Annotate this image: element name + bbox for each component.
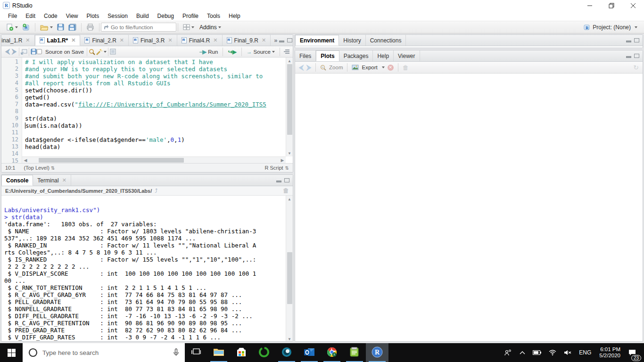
source-tab-final1r[interactable]: Final_1.R✕ xyxy=(1,35,35,46)
menu-file[interactable]: File xyxy=(4,11,21,21)
run-button[interactable]: –▶ Run xyxy=(198,48,220,56)
menu-profile[interactable]: Profile xyxy=(178,11,203,21)
source-button[interactable]: → Source xyxy=(245,48,276,56)
clear-console-icon[interactable]: 🗑 xyxy=(283,187,289,194)
open-file-button[interactable] xyxy=(39,23,54,32)
doc-type-selector[interactable]: R Script ⇅ xyxy=(264,165,289,171)
save-doc-icon[interactable] xyxy=(31,49,37,55)
tab-files[interactable]: Files xyxy=(295,50,316,61)
goto-file-search[interactable] xyxy=(101,23,176,32)
close-icon[interactable]: ✕ xyxy=(168,37,172,43)
tab-history[interactable]: History xyxy=(339,35,365,46)
maximize-pane-icon[interactable] xyxy=(634,54,639,58)
taskbar-app-outlook[interactable] xyxy=(298,343,321,362)
code-line-12[interactable]: data$gender <-ifelse(data$gender=='male'… xyxy=(25,136,293,143)
taskbar-app-chrome[interactable] xyxy=(321,343,343,362)
code-tools-icon[interactable] xyxy=(95,49,102,55)
save-button[interactable] xyxy=(56,23,66,32)
minimize-pane-icon[interactable] xyxy=(626,41,631,42)
wifi-icon[interactable] xyxy=(545,343,560,362)
close-icon[interactable]: ✕ xyxy=(262,37,266,43)
code-line-1[interactable]: # I will apply visualization on a datase… xyxy=(25,58,293,66)
taskbar-search[interactable]: Type here to search xyxy=(23,343,185,362)
compile-report-icon[interactable] xyxy=(110,49,116,55)
tab-terminal[interactable]: Terminal✕ xyxy=(33,175,71,186)
show-hidden-icons-chevron[interactable] xyxy=(516,343,528,362)
close-icon[interactable]: ✕ xyxy=(62,177,66,183)
remove-plot-icon[interactable]: ✕ xyxy=(388,65,394,71)
volume-muted-icon[interactable] xyxy=(561,343,575,362)
menu-session[interactable]: Session xyxy=(103,11,132,21)
close-icon[interactable]: ✕ xyxy=(120,37,124,43)
taskbar-app-notepad-plus-plus[interactable] xyxy=(343,343,366,362)
close-icon[interactable]: ✕ xyxy=(25,37,30,43)
tab-help[interactable]: Help xyxy=(373,50,394,61)
taskbar-app-rstudio[interactable]: R xyxy=(366,343,388,362)
tab-connections[interactable]: Connections xyxy=(366,35,406,46)
source-tab-lab1r[interactable]: Lab1.R*✕ xyxy=(35,35,81,46)
back-icon[interactable]: ⮜ xyxy=(4,48,11,56)
taskbar-app-camtasia[interactable] xyxy=(253,343,275,362)
more-tabs-icon[interactable]: » xyxy=(274,37,276,44)
source-tab-final2r[interactable]: Final_2.R✕ xyxy=(80,35,129,46)
tab-packages[interactable]: Packages xyxy=(339,50,373,61)
taskbar-app-microsoft-store[interactable] xyxy=(230,343,253,362)
save-all-button[interactable] xyxy=(67,23,78,32)
tab-plots[interactable]: Plots xyxy=(316,50,339,61)
code-line-3[interactable]: #and submit both your new R-code along w… xyxy=(25,73,293,80)
forward-icon[interactable]: ⮞ xyxy=(11,48,17,56)
goto-file-input[interactable] xyxy=(111,25,173,30)
console-output[interactable]: Labs/university_rank1.csv")> str(data)'d… xyxy=(1,196,293,342)
pane-layout-button[interactable] xyxy=(182,23,196,32)
menu-build[interactable]: Build xyxy=(132,11,153,21)
minimize-pane-icon[interactable] xyxy=(276,181,281,182)
menu-plots[interactable]: Plots xyxy=(83,11,104,21)
tab-environment[interactable]: Environment xyxy=(295,35,339,46)
battery-icon[interactable] xyxy=(529,343,545,362)
minimize-button[interactable] xyxy=(579,0,601,11)
code-line-13[interactable]: head(data) xyxy=(25,143,293,150)
scope-selector[interactable]: (Top Level) ⇅ xyxy=(24,165,55,171)
find-icon[interactable] xyxy=(89,49,95,55)
new-file-button[interactable] xyxy=(5,23,19,32)
print-button[interactable] xyxy=(85,23,96,32)
source-tab-final3r[interactable]: Final_3.R✕ xyxy=(129,35,177,46)
maximize-pane-icon[interactable] xyxy=(284,178,289,182)
popout-icon[interactable] xyxy=(21,49,27,55)
code-line-5[interactable]: setwd(choose.dir()) xyxy=(25,87,293,94)
clock[interactable]: 6:01 PM 5/2/2020 xyxy=(595,346,624,359)
console-vertical-scrollbar[interactable]: ▲ ▼ xyxy=(286,196,293,342)
document-outline-icon[interactable] xyxy=(283,49,290,55)
tab-viewer[interactable]: Viewer xyxy=(394,50,420,61)
code-line-9[interactable]: str(data) xyxy=(25,115,293,122)
new-project-button[interactable]: R xyxy=(21,23,32,32)
editor-horizontal-scrollbar[interactable]: ◀ ▶ xyxy=(22,156,286,163)
code-line-7[interactable]: data=read.csv("file:///E:/University_of_… xyxy=(25,101,293,108)
code-line-6[interactable]: getwd() xyxy=(25,94,293,101)
code-line-2[interactable]: #and your HW is to reapply this to your … xyxy=(25,66,293,73)
code-editor[interactable]: 123456789101112131415 # I will apply vis… xyxy=(1,58,293,163)
addins-button[interactable]: Addins xyxy=(197,23,223,32)
source-tab-final9r[interactable]: Final_9.R✕ xyxy=(223,35,271,46)
clear-all-plots-icon[interactable]: 🗑 xyxy=(403,64,409,71)
taskbar-app-task-view[interactable] xyxy=(185,343,207,362)
refresh-plots-icon[interactable]: ↻ xyxy=(633,64,639,71)
restore-button[interactable] xyxy=(601,0,622,11)
code-line-8[interactable] xyxy=(25,108,293,115)
code-line-11[interactable] xyxy=(25,129,293,136)
taskbar-app-webex[interactable] xyxy=(275,343,298,362)
project-selector[interactable]: R Project: (None) xyxy=(583,24,641,31)
zoom-plot-icon[interactable] xyxy=(320,65,326,71)
menu-debug[interactable]: Debug xyxy=(153,11,178,21)
rerun-button[interactable]: ↪▶ xyxy=(226,48,238,56)
editor-vertical-scrollbar[interactable]: ▲ ▼ xyxy=(286,58,293,156)
close-button[interactable] xyxy=(622,0,644,11)
menu-help[interactable]: Help xyxy=(224,11,245,21)
goto-dir-icon[interactable]: ⤴ xyxy=(155,188,157,194)
source-on-save-checkbox[interactable] xyxy=(37,49,42,54)
close-icon[interactable]: ✕ xyxy=(213,37,217,43)
export-plot-icon[interactable] xyxy=(352,65,359,70)
export-plot-label[interactable]: Export xyxy=(362,65,377,70)
code-line-4[interactable]: #all report results from all Rstudio GUI… xyxy=(25,80,293,87)
menu-view[interactable]: View xyxy=(62,11,83,21)
